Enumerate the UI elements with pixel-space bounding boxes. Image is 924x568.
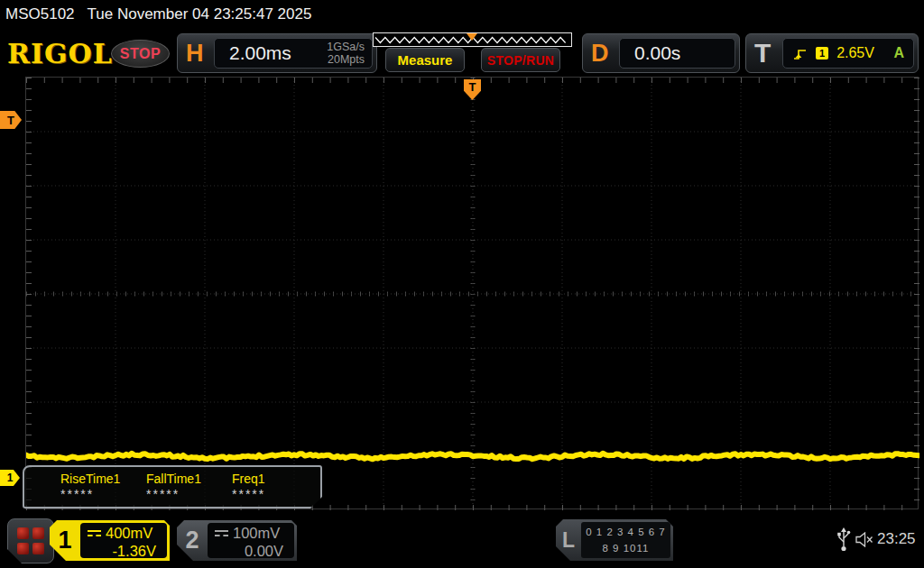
horizontal-panel[interactable]: H 2.00ms 1GSa/s 20Mpts <box>177 33 377 73</box>
stop-run-button[interactable]: STOP/RUN <box>481 48 560 72</box>
channel1-scale: 400mV <box>106 525 152 543</box>
measurement-item: FallTime1 ***** <box>146 467 232 507</box>
oscilloscope-screen: MSO5102 Tue November 04 23:25:47 2025 RI… <box>0 0 924 568</box>
measurement-label: RiseTime1 <box>60 472 146 486</box>
channel1-waveform <box>26 453 919 460</box>
delay-values: 0.00s <box>619 38 735 69</box>
delay-value: 0.00s <box>620 42 680 64</box>
trigger-source-badge: 1 <box>816 47 828 60</box>
logic-row-1: 0 1 2 3 4 5 6 7 <box>581 525 670 541</box>
logic-label: L <box>556 519 581 561</box>
channel2-settings: 100mV 0.00V <box>208 523 294 558</box>
delay-panel[interactable]: D 0.00s <box>582 33 740 73</box>
memory-position-pointer[interactable] <box>467 33 477 41</box>
grid <box>26 78 919 510</box>
run-state-indicator[interactable]: STOP <box>111 40 170 68</box>
channel2-offset: 0.00V <box>215 543 287 561</box>
channel2-badge[interactable]: 2 100mV 0.00V <box>177 520 297 561</box>
measurement-label: Freq1 <box>232 472 318 486</box>
dc-coupling-icon <box>88 530 101 536</box>
datetime: Tue November 04 23:25:47 2025 <box>88 5 312 23</box>
measurement-value: ***** <box>232 487 318 501</box>
red-grid-icon <box>17 527 44 554</box>
trigger-level-value: 2.65V <box>836 45 874 61</box>
logic-analyzer-badge[interactable]: L 0 1 2 3 4 5 6 7 8 9 1011 12131415 <box>556 519 673 561</box>
horizontal-values: 2.00ms 1GSa/s 20Mpts <box>214 38 373 69</box>
delay-label: D <box>591 40 609 68</box>
measure-button[interactable]: Measure <box>385 48 465 72</box>
speaker-muted-icon[interactable] <box>855 532 875 547</box>
trigger-label: T <box>754 38 771 69</box>
measurement-value: ***** <box>146 487 232 501</box>
trigger-sweep-mode: A <box>893 45 904 61</box>
timebase-value: 2.00ms <box>215 42 291 64</box>
usb-icon <box>836 527 851 553</box>
channel1-number: 1 <box>50 520 80 561</box>
clock: 23:25 <box>877 530 916 548</box>
channel2-scale: 100mV <box>233 525 280 543</box>
memory-depth: 20Mpts <box>328 53 365 66</box>
measurement-item: RiseTime1 ***** <box>60 467 146 507</box>
quick-menu-button[interactable] <box>7 518 54 563</box>
sample-rate: 1GSa/s <box>327 41 365 53</box>
acquisition-info: 1GSa/s 20Mpts <box>327 41 372 66</box>
trigger-level-marker[interactable]: T <box>0 111 22 129</box>
trigger-slope-icon <box>792 47 808 60</box>
dc-coupling-icon <box>215 530 228 536</box>
model-name: MSO5102 <box>5 5 75 23</box>
measurement-value: ***** <box>60 487 146 501</box>
measurement-label: FallTime1 <box>146 472 232 486</box>
titlebar: MSO5102 Tue November 04 23:25:47 2025 <box>0 0 924 29</box>
channel2-number: 2 <box>177 520 208 561</box>
channel1-badge[interactable]: 1 400mV -1.36V <box>50 520 170 561</box>
logic-row-2: 8 9 1011 12131415 <box>581 541 670 568</box>
channel1-settings: 400mV -1.36V <box>80 523 167 558</box>
measurement-results-box[interactable]: RiseTime1 ***** FallTime1 ***** Freq1 **… <box>23 465 322 508</box>
trigger-values: 1 2.65V A <box>782 38 914 69</box>
waveform-display-area[interactable] <box>25 77 919 509</box>
channel1-offset: -1.36V <box>88 543 160 561</box>
trigger-panel[interactable]: T 1 2.65V A <box>745 33 919 73</box>
measurement-item: Freq1 ***** <box>232 467 318 507</box>
channel1-ground-marker[interactable]: 1 <box>0 470 20 486</box>
horizontal-label: H <box>186 40 204 68</box>
logic-channels: 0 1 2 3 4 5 6 7 8 9 1011 12131415 <box>581 522 670 558</box>
rigol-logo: RIGOL <box>7 38 113 69</box>
